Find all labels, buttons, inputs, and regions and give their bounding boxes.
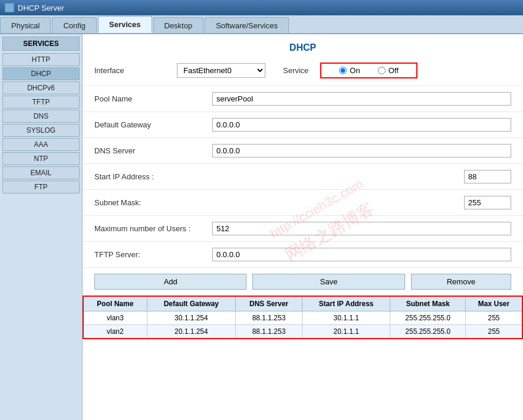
sidebar-item-http[interactable]: HTTP bbox=[2, 53, 80, 66]
table-cell-1: 20.1.1.254 bbox=[147, 325, 235, 339]
tab-services[interactable]: Services bbox=[98, 16, 152, 33]
max-users-row: Maximum number of Users : bbox=[83, 215, 523, 241]
table-row[interactable]: vlan220.1.1.25488.1.1.25320.1.1.1255.255… bbox=[83, 325, 522, 339]
tftp-server-row: TFTP Server: bbox=[83, 241, 523, 267]
default-gateway-input[interactable] bbox=[212, 118, 511, 132]
pool-name-label: Pool Name bbox=[94, 94, 212, 103]
service-toggle-box: On Off bbox=[320, 63, 417, 78]
tab-desktop[interactable]: Desktop bbox=[153, 17, 204, 33]
dns-server-label: DNS Server bbox=[94, 146, 212, 155]
start-ip-row: Start IP Address : bbox=[83, 163, 523, 189]
dhcp-table: Pool Name Default Gateway DNS Server Sta… bbox=[83, 296, 523, 339]
default-gateway-row: Default Gateway bbox=[83, 111, 523, 137]
tftp-server-label: TFTP Server: bbox=[94, 250, 212, 259]
content-area: http://ccieh3c.com 网络之路博客 DHCP Interface… bbox=[83, 34, 523, 420]
tab-bar: Physical Config Services Desktop Softwar… bbox=[0, 15, 523, 34]
service-off-radio[interactable] bbox=[378, 67, 386, 74]
service-label: Service bbox=[283, 66, 308, 75]
col-pool-name: Pool Name bbox=[83, 296, 147, 311]
sidebar-title: SERVICES bbox=[2, 37, 80, 51]
service-on-option[interactable]: On bbox=[339, 66, 360, 75]
sidebar-item-dns[interactable]: DNS bbox=[2, 110, 80, 123]
table-cell-1: 30.1.1.254 bbox=[147, 311, 235, 325]
sidebar: SERVICES HTTP DHCP DHCPv6 TFTP DNS SYSLO… bbox=[0, 34, 83, 420]
dns-server-row: DNS Server bbox=[83, 137, 523, 163]
max-users-label: Maximum number of Users : bbox=[94, 224, 212, 233]
tab-software-services[interactable]: Software/Services bbox=[205, 17, 289, 33]
table-cell-2: 88.1.1.253 bbox=[235, 325, 302, 339]
dns-server-input[interactable] bbox=[212, 144, 511, 158]
sidebar-item-ftp[interactable]: FTP bbox=[2, 181, 80, 193]
table-cell-0: vlan3 bbox=[83, 311, 147, 325]
sidebar-item-ntp[interactable]: NTP bbox=[2, 152, 80, 165]
table-row[interactable]: vlan330.1.1.25488.1.1.25330.1.1.1255.255… bbox=[83, 311, 522, 325]
sidebar-item-aaa[interactable]: AAA bbox=[2, 138, 80, 151]
service-on-label: On bbox=[350, 66, 360, 75]
subnet-mask-label: Subnet Mask: bbox=[94, 198, 212, 207]
sidebar-item-syslog[interactable]: SYSLOG bbox=[2, 124, 80, 137]
table-cell-5: 255 bbox=[465, 311, 522, 325]
default-gateway-label: Default Gateway bbox=[94, 120, 212, 129]
table-cell-5: 255 bbox=[465, 325, 522, 339]
table-cell-4: 255.255.255.0 bbox=[390, 311, 466, 325]
tab-physical[interactable]: Physical bbox=[0, 17, 51, 33]
col-default-gateway: Default Gateway bbox=[147, 296, 235, 311]
start-ip-label: Start IP Address : bbox=[94, 172, 212, 181]
col-max-user: Max User bbox=[465, 296, 522, 311]
table-cell-3: 30.1.1.1 bbox=[302, 311, 390, 325]
table-cell-2: 88.1.1.253 bbox=[235, 311, 302, 325]
table-cell-3: 20.1.1.1 bbox=[302, 325, 390, 339]
service-off-option[interactable]: Off bbox=[378, 66, 399, 75]
save-button[interactable]: Save bbox=[252, 274, 404, 290]
sidebar-item-dhcp[interactable]: DHCP bbox=[2, 67, 80, 80]
sidebar-item-dhcpv6[interactable]: DHCPv6 bbox=[2, 81, 80, 94]
sidebar-list: HTTP DHCP DHCPv6 TFTP DNS SYSLOG AAA NTP… bbox=[2, 53, 80, 193]
title-bar: DHCP Server bbox=[0, 0, 523, 15]
table-container: Pool Name Default Gateway DNS Server Sta… bbox=[83, 296, 523, 345]
table-cell-4: 255.255.255.0 bbox=[390, 325, 466, 339]
interface-select[interactable]: FastEthernet0 FastEthernet1 bbox=[177, 63, 265, 78]
button-row: Add Save Remove bbox=[83, 267, 523, 296]
max-users-input[interactable] bbox=[212, 222, 511, 235]
sidebar-item-tftp[interactable]: TFTP bbox=[2, 96, 80, 109]
add-button[interactable]: Add bbox=[94, 274, 246, 290]
main-layout: SERVICES HTTP DHCP DHCPv6 TFTP DNS SYSLO… bbox=[0, 34, 523, 420]
start-ip-input[interactable] bbox=[464, 170, 511, 183]
app-icon bbox=[5, 3, 14, 12]
app-title: DHCP Server bbox=[18, 4, 64, 12]
pool-name-row: Pool Name bbox=[83, 86, 523, 111]
interface-service-row: Interface FastEthernet0 FastEthernet1 Se… bbox=[83, 58, 523, 83]
sidebar-area: SERVICES HTTP DHCP DHCPv6 TFTP DNS SYSLO… bbox=[0, 34, 83, 420]
remove-button[interactable]: Remove bbox=[411, 274, 511, 290]
table-cell-0: vlan2 bbox=[83, 325, 147, 339]
subnet-mask-input[interactable] bbox=[464, 196, 511, 209]
sidebar-item-email[interactable]: EMAIL bbox=[2, 166, 80, 179]
subnet-mask-row: Subnet Mask: bbox=[83, 189, 523, 215]
col-subnet-mask: Subnet Mask bbox=[390, 296, 466, 311]
tab-config[interactable]: Config bbox=[52, 17, 97, 33]
table-header-row: Pool Name Default Gateway DNS Server Sta… bbox=[83, 296, 522, 311]
tftp-server-input[interactable] bbox=[212, 248, 511, 261]
service-on-radio[interactable] bbox=[339, 67, 347, 74]
interface-label: Interface bbox=[94, 66, 171, 75]
col-start-ip: Start IP Address bbox=[302, 296, 390, 311]
dhcp-title: DHCP bbox=[83, 34, 523, 58]
service-off-label: Off bbox=[389, 66, 399, 75]
pool-name-input[interactable] bbox=[212, 92, 511, 106]
col-dns-server: DNS Server bbox=[235, 296, 302, 311]
